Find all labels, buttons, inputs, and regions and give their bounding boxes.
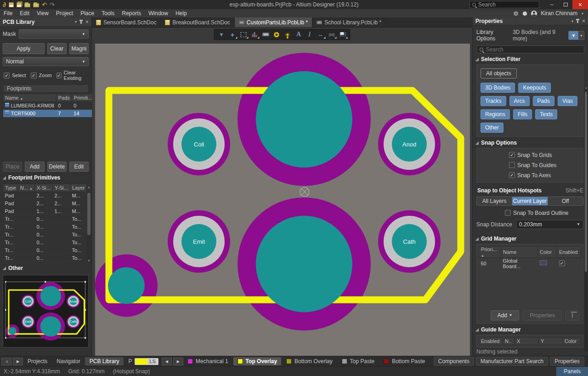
menu-place[interactable]: Place <box>77 9 98 17</box>
tab-manufacturer-part-search[interactable]: Manufacturer Part Search <box>476 357 548 366</box>
panels-button[interactable]: Panels <box>556 367 588 376</box>
select-checkbox[interactable]: ✓ Select <box>4 70 26 81</box>
layer-tab-top-paste[interactable]: Top Paste <box>338 357 379 365</box>
footprints-col-pads[interactable]: Pads <box>56 94 72 102</box>
panel-menu-icon[interactable]: ▾ <box>75 20 77 24</box>
grid-col-enabled[interactable]: Enabled <box>557 246 581 258</box>
filter-chip-arcs[interactable]: Arcs <box>509 96 530 106</box>
snap-options-section[interactable]: ◢ Snap Options <box>473 137 588 148</box>
other-section[interactable]: ◢ Other <box>0 262 91 273</box>
primitive-row[interactable]: Pad2...2...M... <box>3 200 87 208</box>
save-all-icon[interactable] <box>17 2 22 7</box>
menu-view[interactable]: View <box>33 9 52 17</box>
prim-col-y[interactable]: Y-Si... <box>52 184 70 192</box>
snap-to-grids-checkbox[interactable]: ✓ Snap To Grids <box>509 152 579 158</box>
guide-col-x[interactable]: X <box>515 337 539 345</box>
undo-icon[interactable]: ↶ <box>42 1 47 8</box>
off-button[interactable]: Off <box>548 197 583 205</box>
grid-properties-button[interactable]: Properties <box>523 310 562 320</box>
menu-help[interactable]: Help <box>172 9 191 17</box>
filter-chip-other[interactable]: Other <box>481 123 503 133</box>
place-pad-icon[interactable] <box>271 30 282 39</box>
magnify-button[interactable]: Magni <box>69 43 89 54</box>
panel-tab-pcb-library[interactable]: PCB Library <box>85 357 124 365</box>
scrollbar-thumb[interactable] <box>585 92 587 272</box>
open-project-icon[interactable] <box>33 3 39 7</box>
settings-gear-icon[interactable]: ⚙ <box>513 10 519 17</box>
layer-tab-top-solder[interactable]: Top Solder <box>430 357 434 365</box>
filter-chip-regions[interactable]: Regions <box>481 109 510 119</box>
panel-tabs-scroll-left-icon[interactable]: ◀ <box>1 358 11 365</box>
snap-to-board-outline-checkbox[interactable]: Snap To Board Outline <box>505 210 588 216</box>
panel-tab-projects[interactable]: Projects <box>23 357 52 365</box>
layer-tab-mechanical-1[interactable]: Mechanical 1 <box>183 357 232 365</box>
minimize-button[interactable]: – <box>545 0 559 9</box>
menu-edit[interactable]: Edit <box>16 9 33 17</box>
guide-manager-section[interactable]: ◢ Guide Manager <box>473 324 588 335</box>
place-line-icon[interactable]: / <box>305 30 315 39</box>
grid-manager-section[interactable]: ◢ Grid Manager <box>473 233 588 244</box>
filter-chip-texts[interactable]: Texts <box>535 109 557 119</box>
properties-search[interactable] <box>476 45 584 53</box>
guide-col-color[interactable]: Color <box>563 337 581 345</box>
layer-tab-bottom-overlay[interactable]: Bottom Overlay <box>282 357 337 365</box>
snap-distance-dropdown[interactable]: 0.203mm ▼ <box>516 220 583 229</box>
properties-scrollbar[interactable]: ▲ <box>584 86 588 351</box>
primitive-row[interactable]: Tr...0...To... <box>3 223 87 231</box>
filter-chip-3d-bodies[interactable]: 3D Bodies <box>481 83 515 93</box>
panel-tab-navigator[interactable]: Navigator <box>52 357 85 365</box>
tab-school-library[interactable]: School Library.PcbLib * <box>312 17 386 27</box>
panel-tab-truncated[interactable]: P <box>124 357 133 365</box>
scroll-up-icon[interactable]: ▲ <box>584 86 588 89</box>
grid-row[interactable]: 50 Global Board... ✓ <box>479 258 581 269</box>
mask-dropdown[interactable]: ▼ <box>19 29 89 39</box>
scroll-up-icon[interactable]: ▲ <box>87 185 91 189</box>
primitive-row[interactable]: Pad2...2...M... <box>3 192 87 200</box>
place-button[interactable]: Place <box>3 162 22 172</box>
scroll-down-icon[interactable]: ▼ <box>87 259 91 262</box>
apply-button[interactable]: Apply <box>3 43 45 54</box>
delete-button[interactable]: Delete <box>47 162 67 172</box>
menu-reports[interactable]: Reports <box>118 9 145 17</box>
tab-breakoutboard[interactable]: BreakoutBoard.SchDoc <box>161 17 234 27</box>
checkbox-checked-icon[interactable]: ✓ <box>559 260 565 266</box>
grid-col-color[interactable]: Color <box>538 246 557 258</box>
tab-sensorboard[interactable]: SensorBoard.SchDoc <box>92 17 161 27</box>
redo-icon[interactable]: ↷ <box>50 1 55 8</box>
pad-top-hole[interactable] <box>256 71 352 168</box>
open-icon[interactable] <box>24 3 30 7</box>
panel-menu-icon[interactable]: ▾ <box>571 19 573 23</box>
select-area-icon[interactable] <box>238 30 249 39</box>
tab-properties[interactable]: Properties <box>550 357 584 366</box>
properties-search-input[interactable] <box>486 46 581 53</box>
user-menu-chevron-icon[interactable]: ▾ <box>582 11 583 16</box>
panel-tabs-scroll-right-icon[interactable]: ▶ <box>13 358 23 365</box>
bar-chart-icon[interactable] <box>249 30 260 39</box>
scope-filter-button[interactable]: ▼ ▼ <box>568 31 584 40</box>
primitive-row[interactable]: Tr...0...To... <box>3 215 87 223</box>
footprint-preview[interactable]: Coll Anod Emit Cath <box>3 275 89 348</box>
primitive-row[interactable]: Tr...0...To... <box>3 239 87 247</box>
dropdown-arrow-icon[interactable]: ▼ <box>578 31 584 40</box>
prim-col-x[interactable]: X-Si... <box>34 184 52 192</box>
grid-color-swatch[interactable] <box>540 260 547 265</box>
pad-corner-hole[interactable] <box>108 267 145 304</box>
user-avatar[interactable] <box>531 11 537 17</box>
maximize-button[interactable] <box>559 0 572 9</box>
place-component-icon[interactable] <box>260 30 271 39</box>
pad-bottom-hole[interactable] <box>256 216 352 312</box>
clear-existing-checkbox[interactable]: ✓ Clear Existing <box>57 70 89 81</box>
footprint-primitives-section[interactable]: ◢ Footprint Primitives <box>0 172 91 183</box>
coordinate-icon[interactable]: [10] <box>327 30 337 39</box>
filter-chip-keepouts[interactable]: Keepouts <box>518 83 551 93</box>
grid-col-name[interactable]: Name <box>501 246 538 258</box>
room-icon[interactable] <box>338 30 348 39</box>
all-layers-button[interactable]: All Layers <box>477 197 512 205</box>
place-via-icon[interactable] <box>283 30 293 39</box>
tab-custompartslib[interactable]: CustomPartsLib.PcbLib * <box>235 17 312 27</box>
panel-close-icon[interactable]: × <box>582 18 585 24</box>
scrollbar-thumb[interactable] <box>87 193 90 235</box>
prim-col-type[interactable]: Type <box>3 184 18 192</box>
grid-delete-button[interactable] <box>565 310 579 320</box>
snap-to-axes-checkbox[interactable]: ✓ Snap To Axes <box>509 172 579 179</box>
